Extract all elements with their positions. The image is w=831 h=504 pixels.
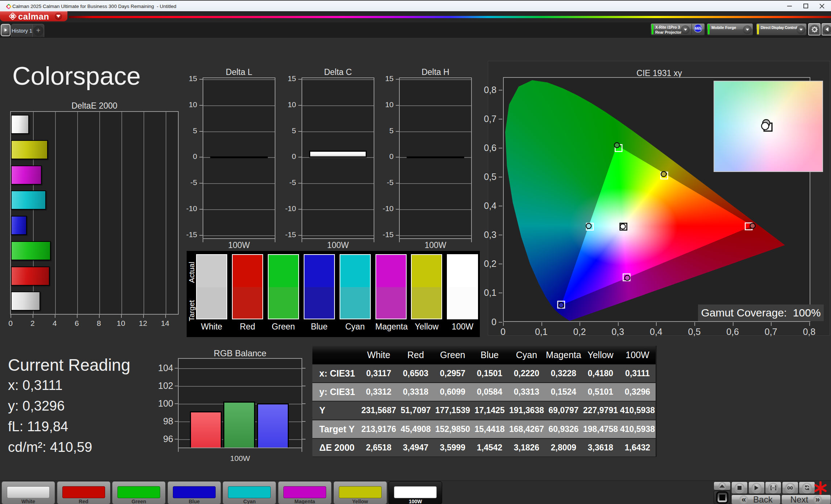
- tick-mark: [579, 322, 580, 326]
- tick-mark: [302, 448, 302, 452]
- tick-mark: [298, 209, 302, 210]
- patch-button-100w[interactable]: 100W: [389, 481, 442, 504]
- workflow-flyout-button[interactable]: [1, 24, 11, 36]
- deltae-plot: [10, 111, 179, 315]
- transport-stop-button[interactable]: [731, 482, 748, 494]
- patch-button-red[interactable]: Red: [57, 481, 111, 504]
- tick-mark: [499, 293, 502, 293]
- swatch-target: [376, 287, 406, 319]
- y-tick-label: 5: [178, 126, 197, 135]
- tick-mark: [199, 105, 203, 106]
- cell-value: 168,4267: [508, 420, 545, 438]
- x-tick-label: 0,2: [569, 327, 590, 337]
- meter-badge: 665: [694, 24, 702, 33]
- patch-button-white[interactable]: White: [1, 481, 55, 504]
- table-row-4: Target Y213,917645,4908152,985015,441816…: [312, 420, 656, 438]
- gridline: [203, 183, 275, 184]
- cell-value: 0,3228: [545, 365, 582, 382]
- row-label: Y: [312, 402, 360, 419]
- tab-strip: History 1 + X-Rite i1Pro 3 Rear Projecto…: [0, 22, 831, 38]
- stop-measuring-button[interactable]: [714, 491, 731, 504]
- gridline: [77, 112, 78, 314]
- swatch-label: Yellow: [411, 322, 442, 332]
- cell-value: 0,3318: [397, 383, 434, 401]
- cell-value: 0,5101: [582, 383, 619, 401]
- patch-label: Red: [57, 499, 110, 504]
- cie-title: CIE 1931 xy: [488, 68, 830, 78]
- gridline: [302, 183, 374, 184]
- gridline: [400, 131, 471, 132]
- patch-swatch: [173, 486, 216, 498]
- x-tick-label: 2: [25, 319, 40, 328]
- y-tick-label: -15: [374, 230, 394, 239]
- y-tick-label: 15: [374, 74, 394, 83]
- cell-value: 0,4180: [582, 365, 619, 382]
- close-button[interactable]: [814, 1, 830, 11]
- chevron-left-icon: [823, 25, 831, 34]
- tick-mark: [199, 183, 203, 184]
- patch-button-green[interactable]: Green: [112, 481, 166, 504]
- gridline: [179, 386, 302, 387]
- tick-mark: [396, 235, 399, 236]
- tick-mark: [396, 157, 399, 158]
- deltaH-bar: [407, 156, 464, 158]
- play-icon: [752, 483, 761, 493]
- patch-button-yellow[interactable]: Yellow: [333, 481, 387, 504]
- tick-mark: [298, 105, 302, 106]
- back-button[interactable]: «Back: [731, 495, 781, 504]
- swatch-white: [196, 254, 227, 319]
- transport-loop-button[interactable]: [782, 482, 798, 494]
- collapse-toolbar-button[interactable]: [822, 23, 831, 35]
- patch-button-blue[interactable]: Blue: [167, 481, 221, 504]
- transport-refresh-button[interactable]: [799, 482, 815, 494]
- add-tab-button[interactable]: +: [32, 24, 44, 37]
- swatch-yellow: [411, 254, 442, 319]
- next-button[interactable]: Next»: [781, 495, 831, 504]
- display-control-dropdown[interactable]: Direct Display Control: [756, 23, 807, 35]
- triangle-up-icon: [719, 482, 726, 490]
- spectrum-strip: [69, 16, 831, 18]
- chevron-down-icon: [797, 25, 805, 34]
- cell-value: 0,0584: [471, 383, 508, 401]
- tick-mark: [11, 315, 11, 318]
- next-label: Next: [790, 495, 808, 504]
- minimize-button[interactable]: [781, 1, 797, 11]
- tick-mark: [175, 368, 178, 369]
- cell-value: 0,3313: [508, 383, 545, 401]
- app-window: Calman 2025 Calman Ultimate for Business…: [0, 0, 831, 504]
- settings-button[interactable]: [808, 23, 820, 35]
- cell-value: 152,9850: [434, 420, 471, 438]
- deltaC-plot: [302, 77, 374, 239]
- deltae-bar-red: [11, 266, 50, 286]
- calman-menu-button[interactable]: calman: [0, 11, 67, 21]
- refresh-icon: [802, 483, 812, 493]
- swatch-blue: [304, 254, 335, 319]
- patch-button-magenta[interactable]: Magenta: [278, 481, 332, 504]
- swatch-actual: [448, 255, 477, 287]
- swatch-actual: [197, 255, 227, 287]
- chevron-down-icon: [681, 25, 690, 34]
- transport-eject-button[interactable]: [714, 482, 731, 490]
- cell-value: 0,6503: [397, 365, 434, 382]
- transport-play-button[interactable]: [748, 482, 765, 494]
- maximize-button[interactable]: [798, 1, 814, 11]
- y-tick-label: 5: [374, 126, 394, 135]
- table-row-1: x: CIE310,31170,65030,29570,15010,22200,…: [312, 364, 656, 382]
- patch-swatch: [228, 486, 271, 498]
- patch-swatch: [7, 486, 50, 498]
- transport-frame-button[interactable]: [765, 482, 781, 494]
- patch-button-cyan[interactable]: Cyan: [223, 481, 276, 504]
- y-tick-label: 96: [153, 434, 173, 444]
- tick-mark: [499, 148, 502, 148]
- tick-mark: [503, 322, 504, 326]
- source-dropdown[interactable]: Mobile Forge: [707, 23, 753, 35]
- tick-mark: [396, 79, 399, 80]
- tab-history-1[interactable]: History 1: [11, 24, 32, 37]
- window-title: Calman 2025 Calman Ultimate for Business…: [12, 4, 176, 9]
- tick-mark: [809, 322, 810, 326]
- y-tick-label: 102: [153, 381, 173, 391]
- y-tick-label: 15: [178, 74, 197, 83]
- y-tick-label: -5: [277, 178, 296, 187]
- patch-label: Green: [112, 499, 165, 504]
- rgb-balance-title: RGB Balance: [178, 348, 302, 358]
